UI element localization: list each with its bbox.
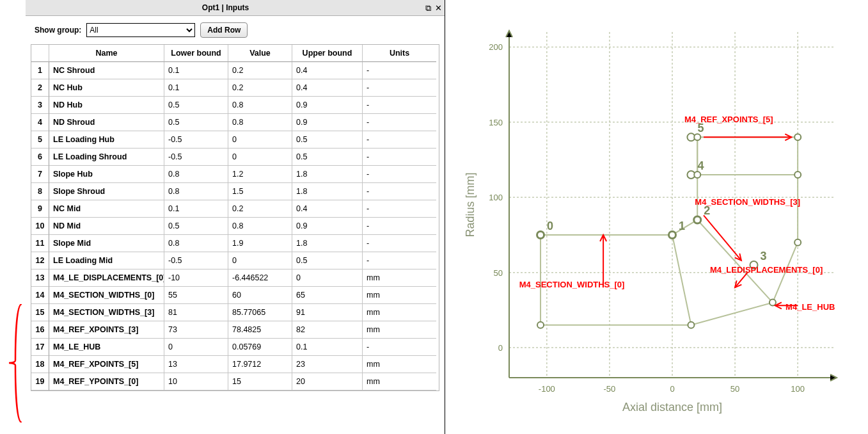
cell-name[interactable]: ND Mid (49, 218, 164, 235)
cell-lower[interactable]: 73 (164, 321, 228, 339)
cell-units[interactable]: - (363, 235, 436, 252)
table-row[interactable]: 17M4_LE_HUB00.057690.1- (31, 339, 439, 356)
cell-name[interactable]: M4_REF_XPOINTS_[3] (49, 321, 164, 339)
cell-lower[interactable]: -0.5 (164, 131, 228, 149)
cell-name[interactable]: LE Loading Shroud (49, 149, 164, 166)
cell-units[interactable]: - (363, 97, 436, 114)
cell-value[interactable]: 1.9 (228, 235, 292, 252)
cell-upper[interactable]: 0.9 (292, 218, 363, 235)
cell-units[interactable]: - (363, 200, 436, 218)
cell-units[interactable]: mm (363, 356, 436, 373)
cell-lower[interactable]: 0.5 (164, 97, 228, 114)
table-row[interactable]: 6LE Loading Shroud-0.500.5- (31, 149, 439, 166)
cell-value[interactable]: 0.8 (228, 218, 292, 235)
cell-lower[interactable]: 0.8 (164, 183, 228, 200)
table-row[interactable]: 5LE Loading Hub-0.500.5- (31, 131, 439, 149)
cell-name[interactable]: LE Loading Hub (49, 131, 164, 149)
cell-value[interactable]: 17.9712 (228, 356, 292, 373)
cell-value[interactable]: 1.2 (228, 166, 292, 183)
cell-upper[interactable]: 0.5 (292, 252, 363, 269)
table-row[interactable]: 2NC Hub0.10.20.4- (31, 79, 439, 97)
cell-value[interactable]: 0 (228, 131, 292, 149)
cell-value[interactable]: 0 (228, 252, 292, 269)
table-row[interactable]: 10ND Mid0.50.80.9- (31, 218, 439, 235)
cell-lower[interactable]: 0.1 (164, 62, 228, 79)
cell-lower[interactable]: 0.5 (164, 218, 228, 235)
cell-upper[interactable]: 0.5 (292, 149, 363, 166)
cell-units[interactable]: mm (363, 373, 436, 390)
cell-value[interactable]: 0.8 (228, 97, 292, 114)
cell-lower[interactable]: 81 (164, 304, 228, 321)
cell-lower[interactable]: 0 (164, 339, 228, 356)
table-row[interactable]: 15M4_SECTION_WIDTHS_[3]8185.7706591mm (31, 304, 439, 321)
cell-name[interactable]: M4_SECTION_WIDTHS_[3] (49, 304, 164, 321)
cell-units[interactable]: - (363, 183, 436, 200)
cell-name[interactable]: M4_REF_YPOINTS_[0] (49, 373, 164, 390)
cell-name[interactable]: Slope Shroud (49, 183, 164, 200)
cell-lower[interactable]: 13 (164, 356, 228, 373)
cell-units[interactable]: - (363, 218, 436, 235)
cell-lower[interactable]: 0.8 (164, 166, 228, 183)
table-row[interactable]: 1NC Shroud0.10.20.4- (31, 62, 439, 79)
table-row[interactable]: 7Slope Hub0.81.21.8- (31, 166, 439, 183)
cell-value[interactable]: -6.446522 (228, 269, 292, 287)
cell-units[interactable]: - (363, 79, 436, 97)
cell-value[interactable]: 0.2 (228, 200, 292, 218)
cell-name[interactable]: Slope Hub (49, 166, 164, 183)
cell-units[interactable]: - (363, 339, 436, 356)
cell-upper[interactable]: 0.9 (292, 97, 363, 114)
cell-upper[interactable]: 65 (292, 287, 363, 304)
cell-name[interactable]: M4_REF_XPOINTS_[5] (49, 356, 164, 373)
cell-value[interactable]: 0.2 (228, 62, 292, 79)
cell-upper[interactable]: 0 (292, 269, 363, 287)
cell-upper[interactable]: 0.1 (292, 339, 363, 356)
cell-upper[interactable]: 1.8 (292, 183, 363, 200)
table-row[interactable]: 19M4_REF_YPOINTS_[0]101520mm (31, 373, 439, 390)
cell-lower[interactable]: 0.8 (164, 235, 228, 252)
table-row[interactable]: 11Slope Mid0.81.91.8- (31, 235, 439, 252)
table-row[interactable]: 9NC Mid0.10.20.4- (31, 200, 439, 218)
cell-value[interactable]: 0.2 (228, 79, 292, 97)
table-row[interactable]: 8Slope Shroud0.81.51.8- (31, 183, 439, 200)
cell-units[interactable]: - (363, 114, 436, 131)
show-group-select[interactable]: All (86, 23, 195, 37)
cell-name[interactable]: Slope Mid (49, 235, 164, 252)
cell-upper[interactable]: 20 (292, 373, 363, 390)
cell-upper[interactable]: 0.4 (292, 79, 363, 97)
col-value[interactable]: Value (228, 45, 292, 62)
cell-name[interactable]: M4_SECTION_WIDTHS_[0] (49, 287, 164, 304)
col-lower[interactable]: Lower bound (164, 45, 228, 62)
cell-lower[interactable]: 0.1 (164, 200, 228, 218)
cell-upper[interactable]: 1.8 (292, 235, 363, 252)
cell-upper[interactable]: 91 (292, 304, 363, 321)
cell-units[interactable]: - (363, 252, 436, 269)
table-row[interactable]: 12LE Loading Mid-0.500.5- (31, 252, 439, 269)
table-row[interactable]: 4ND Shroud0.50.80.9- (31, 114, 439, 131)
cell-units[interactable]: mm (363, 269, 436, 287)
col-units[interactable]: Units (363, 45, 436, 62)
cell-upper[interactable]: 0.4 (292, 62, 363, 79)
cell-name[interactable]: NC Shroud (49, 62, 164, 79)
cell-units[interactable]: - (363, 166, 436, 183)
add-row-button[interactable]: Add Row (200, 22, 248, 38)
cell-upper[interactable]: 1.8 (292, 166, 363, 183)
cell-name[interactable]: M4_LE_HUB (49, 339, 164, 356)
cell-name[interactable]: LE Loading Mid (49, 252, 164, 269)
cell-value[interactable]: 78.4825 (228, 321, 292, 339)
cell-units[interactable]: - (363, 131, 436, 149)
cell-value[interactable]: 0.05769 (228, 339, 292, 356)
table-row[interactable]: 16M4_REF_XPOINTS_[3]7378.482582mm (31, 321, 439, 339)
cell-units[interactable]: - (363, 149, 436, 166)
cell-name[interactable]: NC Hub (49, 79, 164, 97)
close-icon[interactable]: ✕ (435, 4, 442, 12)
col-name[interactable]: Name (49, 45, 164, 62)
cell-name[interactable]: M4_LE_DISPLACEMENTS_[0] (49, 269, 164, 287)
cell-name[interactable]: ND Shroud (49, 114, 164, 131)
table-row[interactable]: 13M4_LE_DISPLACEMENTS_[0]-10-6.4465220mm (31, 269, 439, 287)
table-row[interactable]: 14M4_SECTION_WIDTHS_[0]556065mm (31, 287, 439, 304)
cell-upper[interactable]: 82 (292, 321, 363, 339)
cell-upper[interactable]: 0.5 (292, 131, 363, 149)
table-row[interactable]: 3ND Hub0.50.80.9- (31, 97, 439, 114)
cell-name[interactable]: NC Mid (49, 200, 164, 218)
cell-lower[interactable]: -0.5 (164, 149, 228, 166)
